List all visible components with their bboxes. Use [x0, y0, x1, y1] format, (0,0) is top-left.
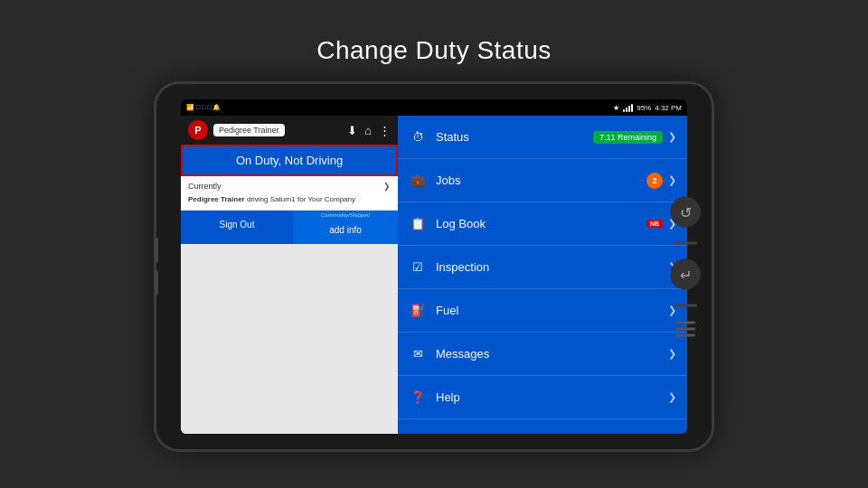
messages-label: Messages	[436, 347, 668, 361]
logbook-nb-badge: NB	[646, 220, 663, 228]
help-label: Help	[436, 390, 668, 404]
return-button[interactable]: ↵	[670, 259, 701, 290]
bluetooth-header-icon: ⬇	[347, 124, 357, 137]
inspection-label: Inspection	[436, 260, 668, 274]
battery-percent: 95%	[637, 104, 651, 112]
messages-icon: ✉	[409, 345, 427, 363]
currently-arrow: ❯	[383, 182, 391, 191]
right-panel-menu: ⏱ Status 7:11 Remaining ❯ 💼 Jobs 2 ❯ 📋 L…	[398, 116, 687, 434]
menu-item-jobs[interactable]: 💼 Jobs 2 ❯	[398, 159, 687, 202]
menu-item-inspection[interactable]: ☑ Inspection ❯	[398, 246, 687, 289]
app-area: P Pedigree Trainer ⬇ ⌂ ⋮ On Duty, Not Dr…	[181, 116, 687, 434]
app-header-icons: ⬇ ⌂ ⋮	[347, 124, 391, 137]
status-timer-badge: 7:11 Remaining	[593, 131, 663, 144]
more-header-icon: ⋮	[379, 124, 391, 137]
help-icon: ❓	[409, 389, 427, 407]
sign-out-button[interactable]: Sign Out	[181, 211, 293, 244]
help-arrow: ❯	[668, 391, 676, 403]
signal-strength	[623, 103, 633, 112]
currently-text: Pedigree Trainer driving Saturn1 for You…	[188, 194, 391, 204]
right-nav-buttons: ↺ ↵	[670, 197, 701, 337]
messages-arrow: ❯	[668, 348, 676, 360]
menu-item-status[interactable]: ⏱ Status 7:11 Remaining ❯	[398, 116, 687, 159]
logbook-icon: 📋	[409, 215, 427, 233]
driver-name: Pedigree Trainer	[188, 195, 245, 203]
logbook-label: Log Book	[436, 217, 646, 230]
jobs-label: Jobs	[436, 174, 646, 187]
currently-label: Currently	[188, 182, 222, 191]
app-logo: P	[188, 120, 208, 140]
bluetooth-icon: ★	[613, 104, 619, 112]
jobs-arrow: ❯	[668, 174, 676, 186]
menu-item-messages[interactable]: ✉ Messages ❯	[398, 333, 687, 376]
status-arrow: ❯	[668, 131, 676, 143]
status-bar-right: ★ 95% 4:32 PM	[613, 103, 682, 112]
clock: 4:32 PM	[655, 104, 682, 112]
page-title: Change Duty Status	[316, 36, 552, 65]
currently-header: Currently ❯	[188, 182, 391, 191]
currently-section: Currently ❯ Pedigree Trainer driving Sat…	[181, 176, 398, 211]
inspection-icon: ☑	[409, 258, 427, 277]
status-icon: ⏱	[409, 128, 427, 146]
menu-lines-button[interactable]	[675, 322, 695, 337]
app-header: P Pedigree Trainer ⬇ ⌂ ⋮	[181, 116, 398, 145]
status-bar: 📶 □ □ □ 🔔 ★ 95% 4:32 PM	[181, 99, 687, 116]
menu-item-logbook[interactable]: 📋 Log Book NB ❯	[398, 202, 687, 246]
back-button[interactable]: ↺	[670, 197, 701, 228]
fuel-icon: ⛽	[409, 302, 427, 320]
fuel-label: Fuel	[436, 304, 668, 317]
tablet-frame: 📶 □ □ □ 🔔 ★ 95% 4:32 PM P	[154, 81, 714, 452]
user-badge: Pedigree Trainer	[213, 124, 285, 136]
menu-item-fuel[interactable]: ⛽ Fuel ❯	[398, 289, 687, 333]
tablet-screen: 📶 □ □ □ 🔔 ★ 95% 4:32 PM P	[181, 99, 687, 434]
nav-divider	[674, 242, 697, 245]
volume-buttons	[155, 238, 158, 296]
nav-divider-2	[674, 305, 697, 307]
menu-item-help[interactable]: ❓ Help ❯	[398, 376, 687, 419]
left-panel-empty	[181, 244, 398, 434]
jobs-icon: 💼	[409, 172, 427, 190]
left-panel: P Pedigree Trainer ⬇ ⌂ ⋮ On Duty, Not Dr…	[181, 116, 398, 434]
add-info-hint: Commodity/Shipper/	[321, 212, 370, 218]
status-label: Status	[436, 130, 593, 144]
home-header-icon: ⌂	[364, 124, 372, 137]
action-buttons: Sign Out Commodity/Shipper/ add info	[181, 211, 398, 244]
duty-status-button[interactable]: On Duty, Not Driving	[181, 145, 398, 176]
status-bar-left-icons: 📶 □ □ □ 🔔	[186, 104, 221, 111]
jobs-count-badge: 2	[646, 173, 663, 189]
